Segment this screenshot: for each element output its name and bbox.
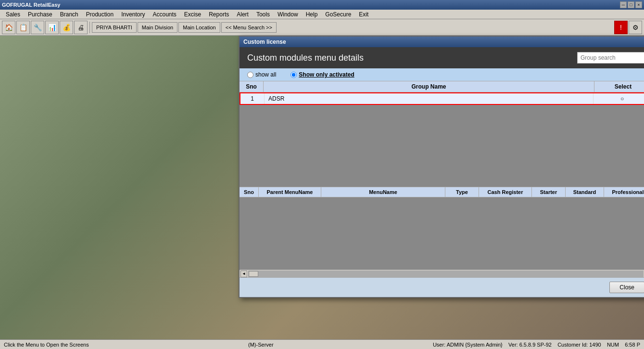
header-sno: Sno: [240, 81, 264, 92]
menu-gosecure[interactable]: GoSecure: [321, 10, 355, 19]
table-row[interactable]: 1 ADSR ○: [240, 92, 644, 105]
modal-header: Custom modules menu details: [240, 47, 644, 68]
group-search-input[interactable]: [577, 52, 644, 64]
menu-window[interactable]: Window: [274, 10, 302, 19]
bottom-empty-area: [240, 197, 644, 270]
cell-select[interactable]: ○: [593, 93, 644, 104]
close-button[interactable]: Close: [609, 282, 644, 293]
status-ver: Ver: 6.5.8.9 SP-92: [508, 342, 552, 348]
bottom-header-sno: Sno: [240, 187, 259, 197]
filter-radio-row: show all Show only activated: [240, 68, 644, 81]
close-button-row: Close: [240, 277, 644, 297]
modal-title-bar: Custom license: [240, 37, 644, 47]
menu-inventory[interactable]: Inventory: [117, 10, 149, 19]
status-time: 6:58 P: [625, 342, 640, 348]
scroll-left-button[interactable]: ◄: [240, 271, 247, 277]
alert-btn[interactable]: !: [614, 21, 628, 34]
menu-reports[interactable]: Reports: [205, 10, 233, 19]
modal-content: Custom modules menu details show all Sho…: [240, 47, 644, 297]
cell-group-name: ADSR: [265, 93, 593, 104]
toolbar-btn-4[interactable]: 📊: [45, 21, 59, 34]
header-group-name: Group Name: [264, 81, 594, 92]
window-controls: ─ □ ×: [620, 1, 642, 8]
menu-alert[interactable]: Alert: [233, 10, 253, 19]
toolbar-btn-1[interactable]: 🏠: [2, 21, 15, 34]
show-activated-text: Show only activated: [299, 71, 354, 78]
toolbar-btn-6[interactable]: 🖨: [74, 21, 88, 34]
menu-help[interactable]: Help: [302, 10, 322, 19]
toolbar-btn-2[interactable]: 📋: [16, 21, 30, 34]
toolbar: 🏠 📋 🔧 📊 💰 🖨 PRIYA BHARTI Main Division M…: [0, 19, 644, 36]
toolbar-btn-5[interactable]: 💰: [60, 21, 73, 34]
menu-bar: Sales Purchase Branch Production Invento…: [0, 10, 644, 19]
bottom-header-cash-register: Cash Register: [479, 187, 532, 197]
status-center: (M)-Server: [248, 342, 274, 348]
bottom-header-standard: Standard: [566, 187, 604, 197]
top-empty-area: [240, 105, 644, 187]
scroll-thumb[interactable]: [249, 271, 258, 277]
status-right: User: ADMIN {System Admin} Ver: 6.5.8.9 …: [433, 342, 640, 348]
close-window-button[interactable]: ×: [635, 1, 642, 8]
menu-sales[interactable]: Sales: [2, 10, 24, 19]
user-button[interactable]: PRIYA BHARTI: [92, 22, 137, 33]
menu-branch[interactable]: Branch: [56, 10, 82, 19]
app-title: GOFRUGAL RetailEasy: [2, 2, 60, 8]
bottom-header-starter: Starter: [532, 187, 566, 197]
status-user: User: ADMIN {System Admin}: [433, 342, 503, 348]
status-left: Click the Menu to Open the Screens: [4, 342, 89, 348]
show-all-radio[interactable]: [247, 72, 253, 78]
title-bar: GOFRUGAL RetailEasy ─ □ ×: [0, 0, 644, 10]
minimize-button[interactable]: ─: [620, 1, 627, 8]
show-activated-radio-label[interactable]: Show only activated: [290, 71, 354, 78]
bottom-table-header: Sno Parent MenuName MenuName Type Cash R…: [240, 187, 644, 197]
toolbar-btn-3[interactable]: 🔧: [31, 21, 44, 34]
bottom-header-menu-name: MenuName: [321, 187, 445, 197]
custom-license-modal: Custom license Custom modules menu detai…: [239, 36, 644, 298]
bottom-header-professional: Professional: [604, 187, 644, 197]
bottom-header-type: Type: [445, 187, 479, 197]
scroll-track[interactable]: [248, 271, 644, 277]
division-button[interactable]: Main Division: [138, 22, 177, 33]
show-all-radio-label[interactable]: show all: [247, 71, 276, 78]
show-all-text: show all: [255, 71, 276, 78]
menu-production[interactable]: Production: [82, 10, 117, 19]
location-button[interactable]: Main Location: [178, 22, 220, 33]
status-bar: Click the Menu to Open the Screens (M)-S…: [0, 339, 644, 349]
modal-title: Custom license: [243, 39, 286, 45]
horizontal-scrollbar[interactable]: ◄ ►: [240, 270, 644, 277]
status-customer: Customer Id: 1490: [557, 342, 601, 348]
menu-exit[interactable]: Exit: [355, 10, 372, 19]
show-activated-radio[interactable]: [290, 72, 297, 78]
menu-purchase[interactable]: Purchase: [24, 10, 56, 19]
toolbar-divider: [89, 22, 90, 33]
bottom-header-parent-menu: Parent MenuName: [259, 187, 321, 197]
settings-btn[interactable]: ⚙: [629, 21, 642, 34]
modal-heading: Custom modules menu details: [247, 53, 364, 63]
status-num: NUM: [607, 342, 619, 348]
maximize-button[interactable]: □: [628, 1, 634, 8]
cell-sno: 1: [240, 93, 265, 104]
header-select: Select: [594, 81, 644, 92]
menu-search-button[interactable]: << Menu Search >>: [221, 22, 277, 33]
top-table-header: Sno Group Name Select: [240, 81, 644, 92]
menu-accounts[interactable]: Accounts: [149, 10, 180, 19]
menu-tools[interactable]: Tools: [253, 10, 274, 19]
menu-excise[interactable]: Excise: [180, 10, 205, 19]
